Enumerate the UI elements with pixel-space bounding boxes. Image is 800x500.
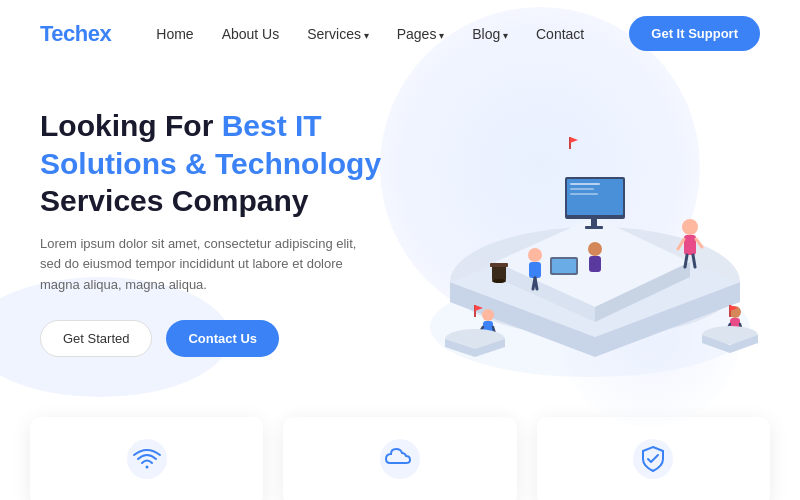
nav-about[interactable]: About Us [222,26,280,42]
hero-title: Looking For Best IT Solutions & Technolo… [40,107,420,220]
svg-point-42 [127,439,167,479]
contact-us-button[interactable]: Contact Us [166,320,279,357]
svg-rect-7 [591,219,597,227]
svg-point-9 [682,219,698,235]
svg-line-13 [685,255,687,267]
svg-rect-4 [570,183,600,185]
hero-text-block: Looking For Best IT Solutions & Technolo… [40,87,420,357]
svg-point-19 [588,242,602,256]
card-1 [30,417,263,500]
svg-point-15 [528,248,542,262]
nav-contact[interactable]: Contact [536,26,584,42]
svg-rect-10 [684,235,696,255]
hero-title-line3: Services Company [40,184,308,217]
nav-services[interactable]: Services [307,26,368,42]
svg-rect-16 [529,262,541,278]
hero-title-line2: Solutions & Technology [40,147,381,180]
card-3 [537,417,770,500]
nav-home[interactable]: Home [156,26,193,42]
svg-rect-20 [589,256,601,272]
hero-title-prefix: Looking For [40,109,222,142]
nav-blog[interactable]: Blog [472,26,508,42]
shield-icon [631,437,675,481]
wifi-icon [125,437,169,481]
hero-subtitle: Lorem ipsum dolor sit amet, consectetur … [40,234,360,296]
svg-line-18 [535,278,537,289]
logo[interactable]: Techex [40,21,111,47]
hero-section: Looking For Best IT Solutions & Technolo… [0,67,800,407]
hero-buttons: Get Started Contact Us [40,320,420,357]
hero-svg-illustration [420,87,760,387]
logo-suffix: ex [88,21,111,46]
logo-prefix: Tech [40,21,88,46]
svg-rect-40 [490,263,508,267]
svg-marker-36 [570,137,578,143]
hero-illustration [420,87,760,407]
cta-support-button[interactable]: Get It Support [629,16,760,51]
nav-links: Home About Us Services Pages Blog Contac… [156,25,584,43]
nav-pages[interactable]: Pages [397,26,444,42]
card-2 [283,417,516,500]
svg-rect-5 [570,188,594,190]
svg-rect-22 [552,259,576,273]
hero-title-highlight: Best IT [222,109,322,142]
svg-rect-6 [570,193,598,195]
svg-line-14 [693,255,695,267]
navbar: Techex Home About Us Services Pages Blog… [0,0,800,67]
bottom-cards-section [0,417,800,500]
get-started-button[interactable]: Get Started [40,320,152,357]
svg-point-41 [492,279,506,283]
cloud-icon [378,437,422,481]
svg-rect-8 [585,226,603,229]
svg-point-23 [482,309,494,321]
svg-rect-39 [492,265,506,281]
